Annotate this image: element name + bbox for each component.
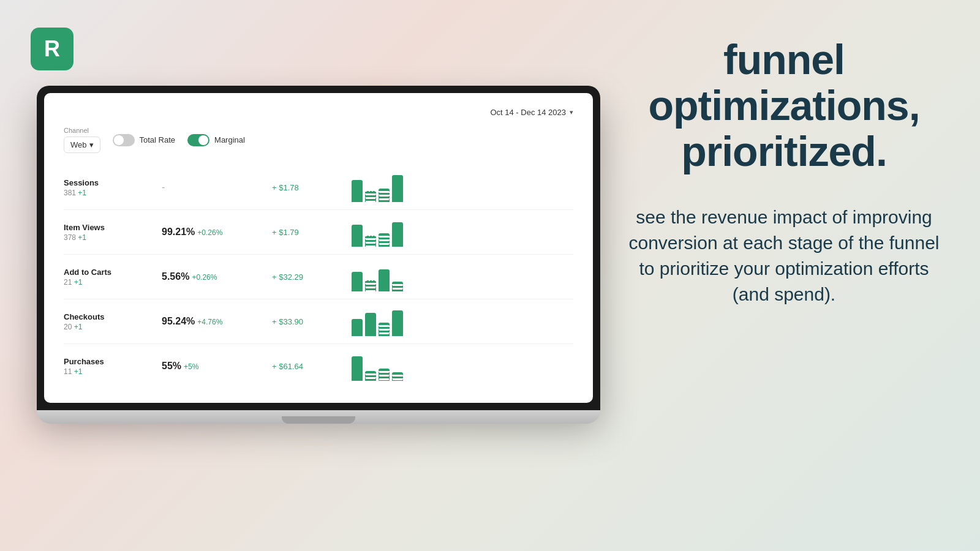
table-row: Item Views 378 +1 99.21%+0.26%+ $1.79 [64, 210, 573, 255]
bar [379, 189, 390, 202]
conversion-rate: 99.21%+0.26% [162, 227, 272, 238]
laptop-mockup: Oct 14 - Dec 14 2023 ▾ Channel Web ▾ [37, 86, 600, 424]
table-row: Purchases 11 +1 55%+5%+ $61.64 [64, 344, 573, 388]
bar [392, 282, 403, 291]
app-logo: R [31, 28, 74, 70]
marginal-toggle[interactable] [187, 134, 209, 146]
mini-bar-chart [345, 262, 573, 291]
conversion-rate: - [162, 182, 272, 193]
chevron-down-icon: ▾ [570, 108, 573, 116]
metric-count: 381 +1 [64, 189, 162, 197]
channel-control: Channel Web ▾ [64, 127, 100, 153]
bar [365, 236, 376, 247]
bar [352, 272, 363, 291]
metric-name: Checkouts [64, 312, 162, 321]
metric-info: Sessions 381 +1 [64, 178, 162, 197]
table-row: Checkouts 20 +1 95.24%+4.76%+ $33.90 [64, 299, 573, 344]
laptop-base [37, 410, 600, 424]
subtext: see the revenue impact of improving conv… [625, 204, 943, 307]
bar [379, 323, 390, 336]
conversion-rate: 55%+5% [162, 361, 272, 372]
revenue-impact: + $1.79 [272, 228, 345, 237]
headline: funnel optimizations, prioritized. [625, 37, 943, 174]
marginal-label: Marginal [214, 135, 245, 144]
bar [392, 222, 403, 247]
metric-name: Sessions [64, 178, 162, 187]
bar [352, 356, 363, 381]
table-row: Add to Carts 21 +1 5.56%+0.26%+ $32.29 [64, 255, 573, 299]
marginal-toggle-group: Marginal [187, 134, 245, 146]
conversion-rate: 95.24%+4.76% [162, 316, 272, 327]
bar [379, 233, 390, 247]
bar [379, 369, 390, 381]
bar [352, 225, 363, 247]
bar [379, 269, 390, 291]
date-range-label: Oct 14 - Dec 14 2023 [490, 108, 566, 117]
table-row: Sessions 381 +1 -+ $1.78 [64, 165, 573, 210]
bar [392, 372, 403, 381]
metric-count: 21 +1 [64, 278, 162, 287]
metric-name: Add to Carts [64, 268, 162, 277]
metric-name: Item Views [64, 223, 162, 232]
funnel-table: Sessions 381 +1 -+ $1.78 Item Views 378 … [64, 165, 573, 388]
metric-count: 378 +1 [64, 233, 162, 242]
metric-info: Purchases 11 +1 [64, 357, 162, 376]
revenue-impact: + $1.78 [272, 183, 345, 192]
date-picker[interactable]: Oct 14 - Dec 14 2023 ▾ [490, 108, 573, 117]
metric-info: Checkouts 20 +1 [64, 312, 162, 331]
bar [392, 310, 403, 336]
bar [365, 191, 376, 202]
mini-bar-chart [345, 351, 573, 381]
conversion-rate: 5.56%+0.26% [162, 271, 272, 282]
revenue-impact: + $32.29 [272, 272, 345, 282]
bar [365, 371, 376, 381]
chevron-down-icon: ▾ [89, 140, 94, 149]
total-rate-toggle-group: Total Rate [113, 134, 176, 146]
mini-bar-chart [345, 173, 573, 202]
date-row: Oct 14 - Dec 14 2023 ▾ [64, 108, 573, 117]
channel-label: Channel [64, 127, 100, 134]
bar [365, 313, 376, 336]
bar [392, 175, 403, 202]
revenue-impact: + $33.90 [272, 317, 345, 326]
metric-name: Purchases [64, 357, 162, 366]
mini-bar-chart [345, 217, 573, 247]
metric-count: 11 +1 [64, 367, 162, 376]
metric-info: Item Views 378 +1 [64, 223, 162, 242]
channel-dropdown[interactable]: Web ▾ [64, 137, 100, 153]
bar [365, 280, 376, 291]
bar [352, 319, 363, 336]
controls-row: Channel Web ▾ Total Rate Marginal [64, 127, 573, 153]
revenue-impact: + $61.64 [272, 362, 345, 371]
total-rate-toggle[interactable] [113, 134, 135, 146]
mini-bar-chart [345, 307, 573, 336]
metric-info: Add to Carts 21 +1 [64, 268, 162, 287]
metric-count: 20 +1 [64, 323, 162, 331]
total-rate-label: Total Rate [140, 135, 176, 144]
marketing-copy: funnel optimizations, prioritized. see t… [625, 37, 943, 307]
bar [352, 180, 363, 202]
